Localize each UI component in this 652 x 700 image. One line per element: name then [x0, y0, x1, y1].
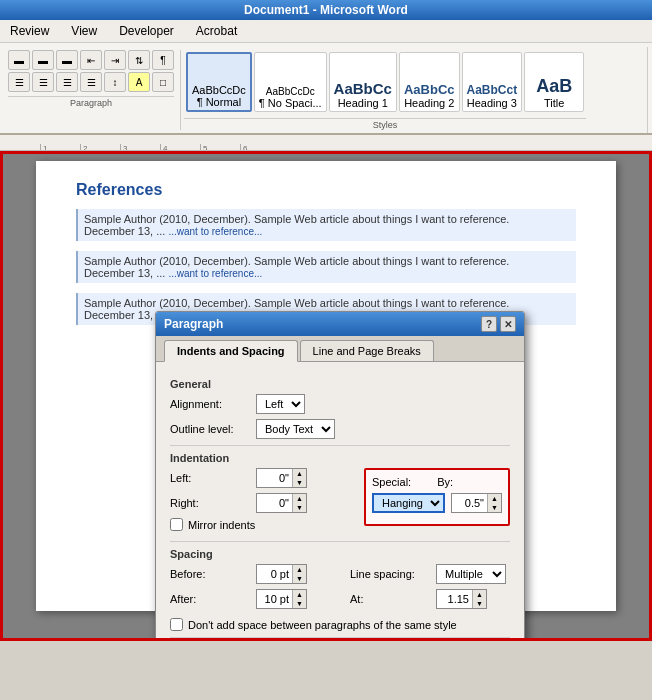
before-up[interactable]: ▲	[293, 565, 306, 574]
left-indent-up[interactable]: ▲	[293, 469, 306, 478]
after-input[interactable]	[257, 592, 292, 606]
by-spinner[interactable]: ▲ ▼	[451, 493, 502, 513]
menu-item-review[interactable]: Review	[4, 22, 55, 40]
style-no-spacing[interactable]: AaBbCcDc ¶ No Spaci...	[254, 52, 327, 112]
special-by-controls-row: Hanging ▲ ▼	[372, 493, 502, 513]
spacing-right-col: Line spacing: Multiple At: ▲ ▼	[350, 564, 510, 614]
indentation-section-label: Indentation	[170, 452, 510, 464]
before-down[interactable]: ▼	[293, 574, 306, 583]
style-heading1[interactable]: AaBbCc Heading 1	[329, 52, 397, 112]
line-spacing-select[interactable]: Multiple	[436, 564, 506, 584]
entry-1-line1: Sample Author (2010, December). Sample W…	[84, 213, 509, 225]
line-spacing-btn[interactable]: ↕	[104, 72, 126, 92]
left-indent-down[interactable]: ▼	[293, 478, 306, 487]
align-right-btn[interactable]: ☰	[56, 72, 78, 92]
style-h2-preview: AaBbCc	[404, 82, 455, 97]
line-spacing-row: Line spacing: Multiple	[350, 564, 510, 584]
at-down[interactable]: ▼	[473, 599, 486, 608]
entry-1-ref: ...want to reference...	[168, 226, 262, 237]
right-indent-input[interactable]	[257, 496, 292, 510]
left-indent-arrows: ▲ ▼	[292, 469, 306, 487]
style-normal-preview: AaBbCcDc	[192, 84, 246, 96]
alignment-select[interactable]: Left	[256, 394, 305, 414]
borders-btn[interactable]: □	[152, 72, 174, 92]
right-indent-spinner[interactable]: ▲ ▼	[256, 493, 307, 513]
dialog-tabs: Indents and Spacing Line and Page Breaks	[156, 336, 524, 362]
spacing-left-col: Before: ▲ ▼ After:	[170, 564, 330, 614]
after-arrows: ▲ ▼	[292, 590, 306, 608]
mirror-indents-row: Mirror indents	[170, 518, 350, 531]
right-indent-label: Right:	[170, 497, 250, 509]
dont-add-space-checkbox[interactable]	[170, 618, 183, 631]
left-indent-spinner[interactable]: ▲ ▼	[256, 468, 307, 488]
alignment-label: Alignment:	[170, 398, 250, 410]
before-input[interactable]	[257, 567, 292, 581]
outline-select[interactable]: Body Text	[256, 419, 335, 439]
shading-btn[interactable]: A	[128, 72, 150, 92]
style-heading3[interactable]: AaBbCct Heading 3	[462, 52, 523, 112]
menu-item-acrobat[interactable]: Acrobat	[190, 22, 243, 40]
special-select[interactable]: Hanging	[372, 493, 445, 513]
general-section-label: General	[170, 378, 510, 390]
style-normal[interactable]: AaBbCcDc ¶ Normal	[186, 52, 252, 112]
style-h3-label: Heading 3	[467, 97, 517, 109]
styles-section-label: Styles	[184, 118, 586, 130]
sort-btn[interactable]: ⇅	[128, 50, 150, 70]
by-up[interactable]: ▲	[488, 494, 501, 503]
indent-right-col: Special: By: Hanging ▲ ▼	[360, 468, 510, 535]
dialog-content: General Alignment: Left Outline level: B…	[156, 362, 524, 641]
special-label: Special:	[372, 476, 411, 488]
before-spinner[interactable]: ▲ ▼	[256, 564, 307, 584]
style-h3-preview: AaBbCct	[467, 83, 518, 97]
by-input[interactable]	[452, 496, 487, 510]
after-row: After: ▲ ▼	[170, 589, 330, 609]
style-heading2[interactable]: AaBbCc Heading 2	[399, 52, 460, 112]
entry-2-line2: December 13, ...	[84, 267, 165, 279]
before-label: Before:	[170, 568, 250, 580]
tab-line-page-breaks[interactable]: Line and Page Breaks	[300, 340, 434, 361]
spacing-row: Before: ▲ ▼ After:	[170, 564, 510, 614]
doc-entry-2: Sample Author (2010, December). Sample W…	[76, 251, 576, 283]
right-indent-down[interactable]: ▼	[293, 503, 306, 512]
left-indent-row: Left: ▲ ▼	[170, 468, 350, 488]
dialog-help-btn[interactable]: ?	[481, 316, 497, 332]
style-title[interactable]: AaB Title	[524, 52, 584, 112]
spacing-section-label: Spacing	[170, 548, 510, 560]
after-down[interactable]: ▼	[293, 599, 306, 608]
mirror-indents-label: Mirror indents	[188, 519, 255, 531]
at-spinner[interactable]: ▲ ▼	[436, 589, 487, 609]
style-title-preview: AaB	[536, 76, 572, 97]
style-h1-label: Heading 1	[338, 97, 388, 109]
after-up[interactable]: ▲	[293, 590, 306, 599]
style-title-label: Title	[544, 97, 564, 109]
paragraph-dialog: Paragraph ? ✕ Indents and Spacing Line a…	[155, 311, 525, 641]
at-input[interactable]	[437, 592, 472, 606]
show-marks-btn[interactable]: ¶	[152, 50, 174, 70]
align-justify-btn[interactable]: ☰	[80, 72, 102, 92]
align-center-btn[interactable]: ☰	[32, 72, 54, 92]
style-no-spacing-label: ¶ No Spaci...	[259, 97, 322, 109]
document-area: References Sample Author (2010, December…	[0, 151, 652, 641]
by-down[interactable]: ▼	[488, 503, 501, 512]
right-indent-up[interactable]: ▲	[293, 494, 306, 503]
after-spinner[interactable]: ▲ ▼	[256, 589, 307, 609]
style-h2-label: Heading 2	[404, 97, 454, 109]
by-label: By:	[437, 476, 453, 488]
left-indent-input[interactable]	[257, 471, 292, 485]
alignment-row: Alignment: Left	[170, 394, 510, 414]
style-h1-preview: AaBbCc	[334, 80, 392, 97]
align-left-btn[interactable]: ☰	[8, 72, 30, 92]
list-multilevel-btn[interactable]: ▬	[56, 50, 78, 70]
left-indent-label: Left:	[170, 472, 250, 484]
list-number-btn[interactable]: ▬	[32, 50, 54, 70]
mirror-indents-checkbox[interactable]	[170, 518, 183, 531]
menu-item-developer[interactable]: Developer	[113, 22, 180, 40]
decrease-indent-btn[interactable]: ⇤	[80, 50, 102, 70]
dialog-close-btn[interactable]: ✕	[500, 316, 516, 332]
list-bullet-btn[interactable]: ▬	[8, 50, 30, 70]
tab-indents-spacing[interactable]: Indents and Spacing	[164, 340, 298, 362]
special-by-header-row: Special: By:	[372, 476, 502, 488]
increase-indent-btn[interactable]: ⇥	[104, 50, 126, 70]
at-up[interactable]: ▲	[473, 590, 486, 599]
menu-item-view[interactable]: View	[65, 22, 103, 40]
